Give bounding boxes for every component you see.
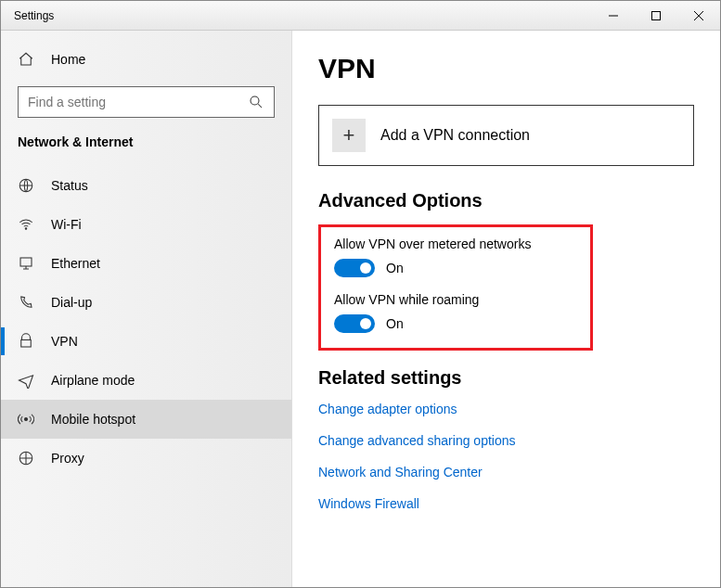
nav-label: Proxy [51, 451, 84, 466]
plus-icon: + [332, 119, 366, 152]
home-nav[interactable]: Home [1, 42, 291, 77]
proxy-icon [18, 450, 34, 467]
related-heading: Related settings [318, 367, 694, 389]
main-content: VPN + Add a VPN connection Advanced Opti… [292, 31, 720, 587]
search-field[interactable] [28, 95, 248, 109]
sidebar-item-dialup[interactable]: Dial-up [1, 283, 291, 322]
home-label: Home [51, 52, 85, 67]
svg-rect-9 [21, 340, 32, 348]
toggle-roaming[interactable] [334, 314, 375, 333]
airplane-icon [18, 372, 34, 389]
ethernet-icon [18, 255, 34, 272]
vpn-icon [18, 333, 34, 350]
toggle-roaming-state: On [386, 316, 404, 331]
opt-metered-label: Allow VPN over metered networks [334, 236, 577, 251]
sidebar-item-status[interactable]: Status [1, 166, 291, 205]
nav-label: Airplane mode [51, 373, 135, 388]
window-title: Settings [1, 9, 592, 22]
svg-line-5 [258, 104, 262, 108]
svg-point-10 [25, 418, 28, 421]
add-vpn-label: Add a VPN connection [380, 127, 530, 144]
sidebar: Home Network & Internet Status Wi-Fi [1, 31, 292, 587]
svg-point-7 [25, 228, 27, 230]
sidebar-item-airplane[interactable]: Airplane mode [1, 361, 291, 400]
globe-icon [18, 177, 34, 194]
wifi-icon [18, 216, 34, 233]
nav-label: Ethernet [51, 256, 100, 271]
nav-label: Dial-up [51, 295, 92, 310]
link-sharing[interactable]: Change advanced sharing options [318, 433, 694, 448]
maximize-button[interactable] [635, 1, 677, 31]
phone-icon [18, 294, 34, 311]
nav-label: Wi-Fi [51, 217, 82, 232]
svg-point-4 [251, 96, 259, 105]
nav-label: Mobile hotspot [51, 412, 135, 427]
sidebar-item-hotspot[interactable]: Mobile hotspot [1, 400, 291, 439]
close-button[interactable] [677, 1, 720, 31]
svg-rect-8 [20, 258, 32, 266]
toggle-metered-state: On [386, 261, 404, 275]
minimize-button[interactable] [592, 1, 635, 31]
nav-label: VPN [51, 334, 78, 349]
home-icon [18, 51, 34, 68]
add-vpn-button[interactable]: + Add a VPN connection [318, 105, 694, 166]
toggle-metered[interactable] [334, 259, 375, 277]
sidebar-item-ethernet[interactable]: Ethernet [1, 244, 291, 283]
link-firewall[interactable]: Windows Firewall [318, 496, 694, 511]
sidebar-item-vpn[interactable]: VPN [1, 322, 291, 361]
page-title: VPN [318, 53, 694, 84]
category-label: Network & Internet [1, 134, 291, 166]
search-icon [248, 94, 264, 110]
link-center[interactable]: Network and Sharing Center [318, 465, 694, 479]
sidebar-item-wifi[interactable]: Wi-Fi [1, 205, 291, 244]
advanced-heading: Advanced Options [318, 190, 694, 211]
hotspot-icon [18, 411, 34, 428]
titlebar: Settings [1, 1, 720, 31]
opt-roaming-label: Allow VPN while roaming [334, 292, 577, 307]
link-adapter[interactable]: Change adapter options [318, 402, 694, 416]
nav-label: Status [51, 178, 88, 193]
highlight-box: Allow VPN over metered networks On Allow… [318, 224, 593, 351]
svg-rect-1 [652, 11, 661, 19]
search-input[interactable] [18, 86, 275, 118]
sidebar-item-proxy[interactable]: Proxy [1, 439, 291, 478]
